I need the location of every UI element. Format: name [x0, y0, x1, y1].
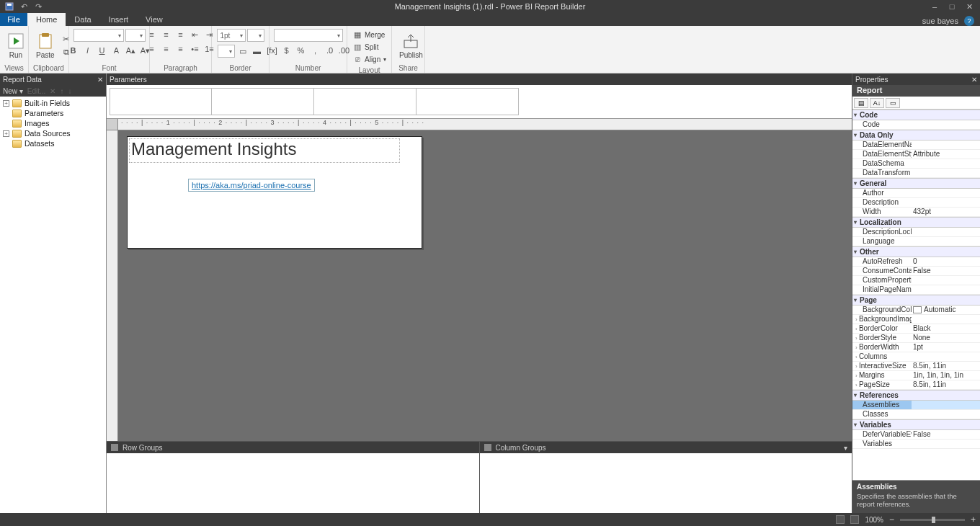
property-row[interactable]: Classes [852, 410, 980, 419]
restore-icon[interactable]: □ [947, 1, 957, 12]
decrease-decimal-icon[interactable]: .0 [324, 45, 337, 56]
tree-item[interactable]: Parameters [0, 108, 106, 118]
property-row[interactable]: BackgroundImage [852, 315, 980, 324]
property-row[interactable]: DataElementName [852, 141, 980, 150]
split-button[interactable]: ▥Split [352, 41, 378, 53]
property-row[interactable]: Variables [852, 440, 980, 449]
grow-font-icon[interactable]: A▴ [125, 45, 138, 56]
report-data-tree[interactable]: +Built-in FieldsParametersImages+Data So… [0, 97, 106, 150]
align-left-icon[interactable]: ≡ [146, 29, 159, 40]
underline-icon[interactable]: U [96, 45, 109, 56]
property-row[interactable]: DataElementStyleAttribute [852, 150, 980, 159]
property-row[interactable]: Columns [852, 352, 980, 362]
properties-selected-object[interactable]: Report [852, 85, 980, 97]
tree-item[interactable]: Images [0, 118, 106, 128]
minimize-icon[interactable]: – [930, 1, 940, 12]
tab-data[interactable]: Data [66, 13, 99, 26]
hyperlink-textbox[interactable]: https://aka.ms/priad-online-course [188, 179, 315, 192]
decrease-indent-icon[interactable]: ⇤ [189, 29, 202, 40]
zoom-out-icon[interactable]: − [889, 514, 894, 525]
design-surface[interactable]: · · · · | · · · · 1 · · · · | · · · · 2 … [107, 119, 852, 441]
property-row[interactable]: BorderWidth1pt [852, 343, 980, 352]
property-row[interactable]: Description [852, 198, 980, 208]
close-report-data-icon[interactable]: ✕ [97, 76, 103, 84]
property-pages-icon[interactable]: ▭ [886, 98, 900, 108]
delete-button[interactable]: ✕ [50, 87, 55, 95]
property-category[interactable]: ▾Variables [852, 419, 980, 430]
border-color-combo[interactable] [218, 45, 235, 58]
tree-item[interactable]: +Data Sources [0, 128, 106, 138]
categorized-icon[interactable]: ▤ [854, 98, 868, 108]
move-up-icon[interactable]: ↑ [60, 87, 63, 95]
placeholder-icon[interactable]: [fx] [266, 45, 279, 56]
property-row[interactable]: ConsumeContainerWhitespaceFalse [852, 267, 980, 276]
move-down-icon[interactable]: ↓ [68, 87, 71, 95]
currency-icon[interactable]: $ [280, 45, 293, 56]
property-category[interactable]: ▾Code [852, 110, 980, 120]
paste-button[interactable]: Paste [33, 31, 58, 61]
row-groups-list[interactable] [107, 453, 479, 513]
number-format-combo[interactable] [274, 29, 343, 42]
property-row[interactable]: BorderColorBlack [852, 324, 980, 334]
border-style-combo[interactable] [247, 29, 264, 42]
property-row[interactable]: DataTransform [852, 169, 980, 178]
property-row[interactable]: DeferVariableEvaluationFalse [852, 430, 980, 440]
property-row[interactable]: DataSchema [852, 159, 980, 169]
align-bottom-icon[interactable]: ≡ [174, 43, 187, 55]
fill-color-icon[interactable]: ▬ [251, 45, 264, 57]
edit-button[interactable]: Edit... [27, 87, 46, 95]
property-row[interactable]: BorderStyleNone [852, 334, 980, 343]
column-groups-list[interactable] [480, 453, 852, 513]
align-button[interactable]: ⎚Align▾ [352, 53, 386, 65]
percent-icon[interactable]: % [295, 45, 308, 56]
property-category[interactable]: ▾References [852, 390, 980, 401]
properties-grid[interactable]: ▾CodeCode▾Data OnlyDataElementNameDataEl… [852, 110, 980, 480]
property-category[interactable]: ▾General [852, 178, 980, 189]
property-category[interactable]: ▾Localization [852, 217, 980, 228]
alphabetical-icon[interactable]: A↓ [870, 98, 884, 108]
font-size-combo[interactable] [125, 29, 146, 42]
property-row[interactable]: CustomProperties [852, 276, 980, 285]
preview-mode-icon[interactable] [850, 515, 859, 524]
help-icon[interactable]: ? [964, 16, 974, 26]
align-middle-icon[interactable]: ≡ [160, 43, 173, 55]
property-row[interactable]: Width432pt [852, 208, 980, 217]
bullets-icon[interactable]: •≡ [189, 43, 202, 55]
property-row[interactable]: DescriptionLocID [852, 228, 980, 237]
property-row[interactable]: InitialPageName [852, 285, 980, 295]
design-mode-icon[interactable] [836, 515, 845, 524]
zoom-in-icon[interactable]: + [971, 514, 976, 525]
group-menu-icon[interactable]: ▾ [844, 444, 847, 452]
tab-insert[interactable]: Insert [100, 13, 138, 26]
property-row[interactable]: Author [852, 189, 980, 198]
property-row[interactable]: InteractiveSize8.5in, 11in [852, 362, 980, 371]
property-row[interactable]: Language [852, 237, 980, 246]
save-icon[interactable] [4, 1, 14, 12]
undo-icon[interactable]: ↶ [19, 1, 29, 12]
property-category[interactable]: ▾Data Only [852, 130, 980, 141]
property-row[interactable]: AutoRefresh0 [852, 257, 980, 267]
align-top-icon[interactable]: ≡ [146, 43, 159, 55]
thousands-icon[interactable]: , [309, 45, 322, 56]
new-button[interactable]: New ▾ [3, 87, 23, 95]
report-title-textbox[interactable]: Management Insights [129, 138, 400, 163]
property-row[interactable]: Assemblies [852, 401, 980, 410]
tab-home[interactable]: Home [27, 13, 66, 26]
close-properties-icon[interactable]: ✕ [971, 76, 977, 84]
redo-icon[interactable]: ↷ [33, 1, 43, 12]
tab-view[interactable]: View [137, 13, 172, 26]
tree-item[interactable]: +Built-in Fields [0, 98, 106, 108]
tab-file[interactable]: File [0, 13, 27, 26]
property-row[interactable]: BackgroundColorAutomatic [852, 306, 980, 315]
parameters-strip[interactable] [107, 85, 852, 119]
align-center-icon[interactable]: ≡ [160, 29, 173, 40]
property-category[interactable]: ▾Page [852, 295, 980, 306]
property-row[interactable]: Code [852, 120, 980, 130]
bold-icon[interactable]: B [67, 45, 80, 56]
tree-item[interactable]: Datasets [0, 138, 106, 148]
property-row[interactable]: Margins1in, 1in, 1in, 1in [852, 371, 980, 380]
italic-icon[interactable]: I [81, 45, 94, 56]
run-button[interactable]: Run [4, 31, 27, 61]
publish-button[interactable]: Publish [396, 31, 426, 61]
merge-button[interactable]: ▦Merge [352, 29, 385, 40]
